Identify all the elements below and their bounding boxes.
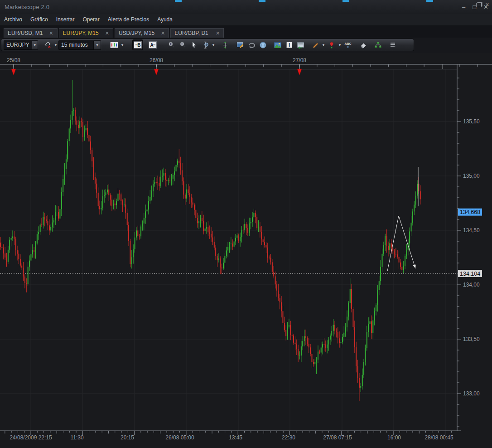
marker-tool-button[interactable] bbox=[326, 39, 337, 50]
tab-bar: EUR/USD, M1✕EUR/JPY, M15✕USD/JPY, M15✕EU… bbox=[0, 26, 492, 38]
time-axis-label: 22:30 bbox=[282, 434, 295, 441]
tabbar-window-controls: ✕ bbox=[476, 2, 489, 8]
globe-icon bbox=[259, 41, 267, 49]
ask-view-button[interactable]: A≡ bbox=[147, 39, 158, 50]
tab-eur-gbp-d1[interactable]: EUR/GBP, D1✕ bbox=[170, 28, 224, 38]
time-axis-label: 27/08 07:15 bbox=[323, 434, 352, 441]
restore-chart-icon[interactable] bbox=[476, 3, 482, 7]
event-marker-arrow-icon[interactable] bbox=[11, 69, 16, 75]
symbol-select[interactable]: EUR/JPY ▾ bbox=[4, 40, 38, 50]
pencil-line-icon bbox=[312, 41, 319, 49]
ask-chart-icon: A≡ bbox=[149, 41, 157, 49]
time-axis-label: 11:30 bbox=[70, 434, 83, 441]
toolbar: EUR/JPY ▾ ▾ 15 minutos ▾ bbox=[1, 39, 414, 51]
period-select-value: 15 minutos bbox=[59, 42, 93, 48]
rate-line-badge-label: 134,104 bbox=[460, 271, 480, 277]
text-tool-button[interactable]: I bbox=[284, 39, 294, 50]
zoom-out-button[interactable] bbox=[177, 39, 188, 50]
broken-link-icon bbox=[44, 41, 52, 49]
text-cursor-icon: I bbox=[286, 41, 293, 49]
background-window-artifact bbox=[426, 0, 433, 2]
tab-close-icon[interactable]: ✕ bbox=[49, 30, 53, 36]
event-marker-arrow-icon[interactable] bbox=[154, 69, 159, 75]
close-chart-icon[interactable]: ✕ bbox=[485, 2, 489, 8]
tab-close-icon[interactable]: ✕ bbox=[105, 30, 109, 36]
candlestick-chart-icon bbox=[110, 42, 118, 48]
form-list-icon bbox=[297, 42, 304, 49]
price-axis-label: 134,50 bbox=[463, 227, 480, 234]
image-button[interactable] bbox=[272, 39, 283, 50]
zoom-in-button[interactable] bbox=[166, 39, 177, 50]
time-axis-label: 28/08 00:45 bbox=[424, 434, 453, 441]
zoom-in-icon bbox=[168, 41, 175, 49]
chevron-down-icon[interactable]: ▾ bbox=[32, 41, 38, 49]
bid-view-button[interactable]: ≡B bbox=[132, 39, 143, 50]
menu-item-archivo[interactable]: Archivo bbox=[0, 14, 26, 25]
minimize-button[interactable]: – bbox=[462, 4, 465, 10]
symbol-select-value: EUR/JPY bbox=[4, 42, 32, 48]
unlink-button[interactable] bbox=[42, 39, 53, 50]
period-select[interactable]: 15 minutos ▾ bbox=[58, 40, 101, 50]
tab-close-icon[interactable]: ✕ bbox=[216, 30, 220, 36]
tab-usd-jpy-m15[interactable]: USD/JPY, M15✕ bbox=[115, 28, 169, 38]
tab-label: USD/JPY, M15 bbox=[119, 30, 154, 36]
toolbar-row: EUR/JPY ▾ ▾ 15 minutos ▾ bbox=[0, 38, 492, 53]
annotate-window-button[interactable] bbox=[235, 39, 246, 50]
tab-label: EUR/USD, M1 bbox=[8, 30, 43, 36]
tab-eur-usd-m1[interactable]: EUR/USD, M1✕ bbox=[4, 28, 58, 38]
background-window-artifact bbox=[175, 0, 182, 2]
title-bar: Marketscope 2.0 – □ ✕ bbox=[0, 0, 492, 14]
eraser-button[interactable] bbox=[357, 39, 368, 50]
measure-button[interactable] bbox=[220, 39, 231, 50]
background-window-artifact bbox=[342, 0, 349, 2]
price-axis-label: 134,00 bbox=[463, 282, 480, 288]
tab-label: EUR/GBP, D1 bbox=[174, 30, 208, 36]
current-price-badge-label: 134,668 bbox=[460, 209, 480, 215]
tab-label: EUR/JPY, M15 bbox=[63, 30, 99, 36]
window-title: Marketscope 2.0 bbox=[5, 4, 49, 10]
globe-button[interactable] bbox=[257, 39, 268, 50]
data-inspect-icon bbox=[202, 41, 209, 49]
line-tool-button[interactable] bbox=[310, 39, 321, 50]
menu-bar: ArchivoGráficoInsertarOperarAlerta de Pr… bbox=[0, 14, 492, 26]
marker-tool-caret[interactable]: ▾ bbox=[338, 39, 342, 50]
chart-type-caret[interactable]: ▾ bbox=[120, 39, 125, 50]
hierarchy-icon bbox=[374, 41, 382, 49]
price-axis-label: 135,50 bbox=[463, 118, 480, 125]
candlestick-chart[interactable]: 135,50135,00134,50134,00133,50133,0024/0… bbox=[0, 53, 492, 448]
tab-close-icon[interactable]: ✕ bbox=[161, 30, 165, 36]
price-axis-label: 135,00 bbox=[463, 173, 480, 179]
edit-window-icon bbox=[236, 41, 244, 49]
rotate-button[interactable] bbox=[246, 39, 257, 50]
rotate-3d-icon bbox=[248, 41, 256, 49]
date-label: 27/08 bbox=[293, 57, 306, 63]
menu-item-operar[interactable]: Operar bbox=[78, 14, 103, 25]
menu-item-gr-fico[interactable]: Gráfico bbox=[26, 14, 52, 25]
event-marker-arrow-icon[interactable] bbox=[297, 69, 302, 75]
pointer-button[interactable] bbox=[188, 39, 199, 50]
date-label: 26/08 bbox=[150, 57, 163, 63]
chevron-down-icon[interactable]: ▾ bbox=[93, 41, 101, 49]
signal-marker-icon bbox=[328, 41, 335, 49]
menu-item-ayuda[interactable]: Ayuda bbox=[153, 14, 177, 25]
inspect-button[interactable] bbox=[200, 39, 211, 50]
line-tool-caret[interactable]: ▾ bbox=[321, 39, 326, 50]
tab-eur-jpy-m15[interactable]: EUR/JPY, M15✕ bbox=[59, 28, 113, 38]
menu-item-alerta-de-precios[interactable]: Alerta de Precios bbox=[104, 14, 153, 25]
link-options-caret[interactable]: ▾ bbox=[53, 39, 58, 50]
form-button[interactable] bbox=[295, 39, 306, 50]
label-tool-button[interactable]: ABC bbox=[342, 39, 353, 50]
price-axis-label: 133,50 bbox=[463, 336, 480, 342]
hierarchy-button[interactable] bbox=[372, 39, 383, 50]
menu-item-insertar[interactable]: Insertar bbox=[52, 14, 79, 25]
time-axis-label: 24/08/2009 22:15 bbox=[10, 434, 52, 441]
time-axis-label: 26/08 05:00 bbox=[165, 434, 194, 441]
eraser-icon bbox=[359, 42, 367, 49]
inspect-caret[interactable]: ▾ bbox=[211, 39, 216, 50]
time-axis-label: 20:15 bbox=[121, 434, 134, 441]
time-axis-label: 16:00 bbox=[387, 434, 401, 441]
chart-type-button[interactable] bbox=[109, 39, 120, 50]
abc-text: ABC bbox=[344, 42, 351, 45]
list-menu-icon bbox=[390, 42, 396, 48]
toolbar-overflow-button[interactable] bbox=[387, 39, 398, 50]
